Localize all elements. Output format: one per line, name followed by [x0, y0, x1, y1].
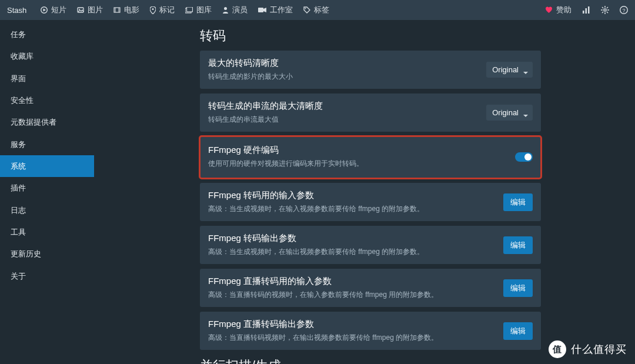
setting-title: FFmpeg 转码输出参数	[208, 233, 496, 244]
nav-label: 图片	[88, 5, 103, 15]
edit-button[interactable]: 编辑	[503, 236, 533, 254]
film-icon	[113, 6, 121, 14]
donate-label: 赞助	[556, 5, 572, 15]
sidebar-item-changelog[interactable]: 更新历史	[0, 243, 94, 265]
section-heading-parallel: 并行扫描/生成	[200, 357, 541, 364]
setting-max-stream-size: 转码生成的串流的最大清晰度 转码生成的串流最大值 Original	[200, 93, 541, 132]
setting-desc: 高级：当直播转码的视频时，在输入参数前要传给 ffmpeg 用的附加参数。	[208, 289, 496, 300]
svg-point-10	[224, 7, 227, 10]
setting-desc: 高级：当生成视频时，在输入视频参数前要传给 ffmpeg 的附加参数。	[208, 203, 496, 214]
nav-galleries[interactable]: 图库	[185, 5, 212, 15]
nav-label: 短片	[51, 5, 66, 15]
play-icon	[41, 6, 48, 14]
svg-rect-9	[187, 7, 193, 12]
svg-point-17	[604, 9, 606, 11]
svg-rect-16	[588, 6, 590, 14]
sidebar-item-interface[interactable]: 界面	[0, 68, 94, 89]
watermark-badge: 值	[549, 340, 566, 358]
svg-marker-1	[44, 9, 46, 12]
top-navbar: Stash 短片 图片 电影 标记 图库 演员 工作室	[0, 0, 635, 20]
max-stream-select[interactable]: Original	[486, 105, 533, 121]
nav-label: 工作室	[270, 5, 293, 15]
sidebar-item-tools[interactable]: 工具	[0, 221, 94, 243]
setting-title: 转码生成的串流的最大清晰度	[208, 101, 479, 112]
setting-desc: 高级：当直播转码视频时，在输出视频参数前要传给 ffmpeg 的附加参数。	[208, 332, 496, 343]
nav-studios[interactable]: 工作室	[258, 5, 293, 15]
svg-marker-12	[263, 8, 266, 12]
setting-max-transcode-size: 最大的转码清晰度 转码生成的影片的最大大小 Original	[200, 51, 541, 89]
setting-ffmpeg-live-input: FFmpeg 直播转码用的输入参数 高级：当直播转码的视频时，在输入参数前要传给…	[200, 269, 541, 307]
settings-content: 转码 最大的转码清晰度 转码生成的影片的最大大小 Original 转码生成的串…	[94, 20, 635, 364]
person-icon	[222, 6, 229, 14]
setting-title: FFmpeg 转码用的输入参数	[208, 190, 496, 201]
setting-ffmpeg-transcode-output: FFmpeg 转码输出参数 高级：当生成视频时，在输出视频参数前要传给 ffmp…	[200, 226, 541, 264]
nav-performers[interactable]: 演员	[222, 5, 248, 15]
donate-link[interactable]: 赞助	[545, 5, 572, 15]
sidebar-item-library[interactable]: 收藏库	[0, 45, 94, 67]
svg-line-23	[607, 12, 608, 13]
sidebar-item-logs[interactable]: 日志	[0, 199, 94, 221]
select-wrap: Original	[486, 105, 533, 121]
nav-label: 标签	[314, 5, 329, 15]
svg-line-25	[607, 7, 608, 8]
sidebar-item-system[interactable]: 系统	[0, 155, 94, 177]
nav-tags[interactable]: 标签	[303, 5, 329, 15]
nav-label: 标记	[159, 5, 175, 15]
settings-sidebar: 任务 收藏库 界面 安全性 元数据提供者 服务 系统 插件 日志 工具 更新历史…	[0, 20, 94, 364]
svg-text:?: ?	[622, 8, 625, 14]
hw-encoding-toggle[interactable]	[515, 152, 533, 162]
setting-desc: 转码生成的影片的最大大小	[208, 71, 479, 82]
nav-movies[interactable]: 电影	[113, 5, 139, 15]
image-icon	[77, 6, 84, 14]
edit-button[interactable]: 编辑	[503, 322, 533, 340]
setting-desc: 高级：当生成视频时，在输出视频参数前要传给 ffmpeg 的附加参数。	[208, 246, 496, 257]
nav-images[interactable]: 图片	[77, 5, 103, 15]
brand[interactable]: Stash	[7, 6, 26, 15]
nav-markers[interactable]: 标记	[150, 5, 175, 15]
watermark-text: 什么值得买	[571, 342, 627, 356]
svg-point-13	[305, 8, 306, 9]
setting-ffmpeg-transcode-input: FFmpeg 转码用的输入参数 高级：当生成视频时，在输入视频参数前要传给 ff…	[200, 183, 541, 221]
setting-title: FFmpeg 硬件编码	[208, 145, 508, 156]
section-heading-transcode: 转码	[200, 27, 541, 45]
svg-rect-14	[583, 11, 584, 14]
select-wrap: Original	[486, 62, 533, 78]
nav-label: 演员	[232, 5, 248, 15]
sidebar-item-metadata[interactable]: 元数据提供者	[0, 111, 94, 133]
studio-icon	[258, 7, 266, 13]
svg-line-24	[602, 12, 603, 13]
svg-rect-11	[258, 8, 263, 12]
setting-ffmpeg-hw-encoding: FFmpeg 硬件编码 使用可用的硬件对视频进行编码来用于实时转码。	[200, 136, 541, 178]
nav-label: 图库	[196, 5, 212, 15]
navbar-right: 赞助 ?	[545, 5, 628, 15]
nav-label: 电影	[124, 5, 139, 15]
setting-ffmpeg-live-output: FFmpeg 直播转码输出参数 高级：当直播转码视频时，在输出视频参数前要传给 …	[200, 312, 541, 350]
sidebar-item-about[interactable]: 关于	[0, 265, 94, 287]
sidebar-item-tasks[interactable]: 任务	[0, 24, 94, 45]
svg-point-7	[152, 8, 154, 10]
edit-button[interactable]: 编辑	[503, 193, 533, 211]
sidebar-item-plugins[interactable]: 插件	[0, 177, 94, 199]
help-icon[interactable]: ?	[620, 6, 628, 14]
tag-icon	[303, 6, 310, 14]
page: 任务 收藏库 界面 安全性 元数据提供者 服务 系统 插件 日志 工具 更新历史…	[0, 20, 635, 364]
marker-icon	[150, 6, 156, 14]
gallery-icon	[185, 7, 193, 14]
svg-line-22	[602, 7, 603, 8]
navbar-left: Stash 短片 图片 电影 标记 图库 演员 工作室	[7, 5, 329, 15]
sidebar-item-services[interactable]: 服务	[0, 133, 94, 155]
setting-title: FFmpeg 直播转码用的输入参数	[208, 276, 496, 287]
nav-scenes[interactable]: 短片	[41, 5, 66, 15]
stats-icon[interactable]	[582, 6, 590, 14]
watermark: 值 什么值得买	[549, 340, 627, 358]
heart-icon	[545, 6, 553, 14]
max-transcode-select[interactable]: Original	[486, 62, 533, 78]
svg-rect-15	[586, 8, 587, 14]
setting-desc: 使用可用的硬件对视频进行编码来用于实时转码。	[208, 158, 508, 169]
edit-button[interactable]: 编辑	[503, 279, 533, 297]
setting-title: FFmpeg 直播转码输出参数	[208, 319, 496, 330]
gear-icon[interactable]	[601, 6, 609, 14]
setting-desc: 转码生成的串流最大值	[208, 114, 479, 125]
sidebar-item-security[interactable]: 安全性	[0, 89, 94, 111]
setting-title: 最大的转码清晰度	[208, 58, 479, 69]
